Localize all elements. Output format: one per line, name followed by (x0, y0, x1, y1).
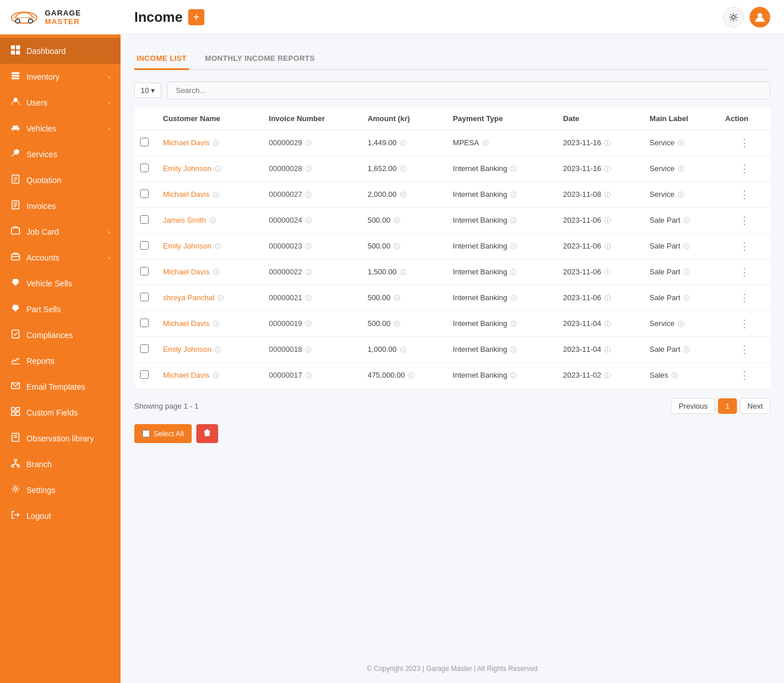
row-action-menu[interactable]: ⋮ (739, 137, 750, 149)
customer-info-icon[interactable]: ⓘ (215, 165, 221, 172)
sidebar-item-vehicle-sells[interactable]: Vehicle Sells (0, 270, 121, 296)
row-action-menu[interactable]: ⋮ (739, 266, 750, 278)
payment-info-icon[interactable]: ⓘ (510, 191, 517, 198)
amount-info-icon[interactable]: ⓘ (400, 165, 406, 172)
settings-button[interactable] (723, 7, 744, 28)
delete-button[interactable] (196, 424, 218, 443)
row-checkbox[interactable] (140, 241, 149, 250)
row-action-menu[interactable]: ⋮ (739, 370, 750, 381)
payment-info-icon[interactable]: ⓘ (510, 320, 517, 327)
sidebar-item-accounts[interactable]: Accounts › (0, 245, 121, 270)
row-checkbox[interactable] (140, 370, 149, 379)
amount-info-icon[interactable]: ⓘ (400, 269, 406, 275)
row-action[interactable]: ⋮ (720, 259, 770, 285)
invoice-info-icon[interactable]: ⓘ (305, 346, 312, 353)
sidebar-item-dashboard[interactable]: Dashboard (0, 38, 121, 64)
row-checkbox[interactable] (140, 344, 149, 353)
row-action[interactable]: ⋮ (720, 208, 770, 234)
customer-info-icon[interactable]: ⓘ (209, 217, 216, 224)
row-action-menu[interactable]: ⋮ (739, 318, 750, 329)
customer-info-icon[interactable]: ⓘ (213, 320, 219, 327)
date-info-icon[interactable]: ⓘ (604, 165, 611, 172)
row-action[interactable]: ⋮ (720, 182, 770, 208)
row-action[interactable]: ⋮ (720, 234, 770, 259)
amount-info-icon[interactable]: ⓘ (408, 372, 414, 379)
next-button[interactable]: Next (740, 398, 770, 414)
row-action[interactable]: ⋮ (720, 285, 770, 311)
sidebar-item-reports[interactable]: Reports (0, 348, 121, 374)
customer-info-icon[interactable]: ⓘ (213, 139, 219, 146)
label-info-icon[interactable]: ⓘ (678, 139, 684, 146)
tab-monthly-reports[interactable]: MONTHLY INCOME REPORTS (203, 48, 317, 70)
row-checkbox[interactable] (140, 267, 149, 275)
sidebar-item-users[interactable]: Users › (0, 90, 121, 115)
date-info-icon[interactable]: ⓘ (604, 217, 611, 224)
sidebar-item-job-card[interactable]: Job Card › (0, 219, 121, 245)
date-info-icon[interactable]: ⓘ (604, 243, 611, 250)
date-info-icon[interactable]: ⓘ (604, 372, 611, 379)
date-info-icon[interactable]: ⓘ (604, 269, 611, 275)
invoice-info-icon[interactable]: ⓘ (305, 217, 312, 224)
invoice-info-icon[interactable]: ⓘ (305, 269, 312, 275)
row-checkbox[interactable] (140, 293, 149, 301)
search-input[interactable] (167, 82, 770, 99)
customer-info-icon[interactable]: ⓘ (215, 346, 221, 353)
payment-info-icon[interactable]: ⓘ (510, 346, 517, 353)
row-action-menu[interactable]: ⋮ (739, 292, 750, 304)
amount-info-icon[interactable]: ⓘ (394, 294, 400, 301)
label-info-icon[interactable]: ⓘ (672, 372, 678, 379)
invoice-info-icon[interactable]: ⓘ (305, 243, 312, 250)
row-action[interactable]: ⋮ (720, 337, 770, 363)
payment-info-icon[interactable]: ⓘ (510, 294, 517, 301)
date-info-icon[interactable]: ⓘ (604, 191, 611, 198)
add-income-button[interactable]: + (188, 9, 204, 25)
row-action-menu[interactable]: ⋮ (739, 344, 750, 355)
date-info-icon[interactable]: ⓘ (604, 346, 611, 353)
label-info-icon[interactable]: ⓘ (684, 294, 690, 301)
invoice-info-icon[interactable]: ⓘ (305, 165, 312, 172)
invoice-info-icon[interactable]: ⓘ (305, 372, 312, 379)
customer-info-icon[interactable]: ⓘ (215, 243, 221, 250)
date-info-icon[interactable]: ⓘ (604, 139, 611, 146)
sidebar-item-part-sells[interactable]: Part Sells (0, 296, 121, 322)
sidebar-item-vehicles[interactable]: Vehicles › (0, 115, 121, 141)
sidebar-item-observation-library[interactable]: Observation library (0, 425, 121, 451)
sidebar-item-custom-fields[interactable]: Custom Fields (0, 399, 121, 425)
date-info-icon[interactable]: ⓘ (604, 320, 611, 327)
sidebar-item-compliances[interactable]: Compliances (0, 322, 121, 348)
label-info-icon[interactable]: ⓘ (684, 217, 690, 224)
payment-info-icon[interactable]: ⓘ (510, 372, 517, 379)
page-1-button[interactable]: 1 (718, 398, 737, 414)
row-action-menu[interactable]: ⋮ (739, 215, 750, 226)
row-action-menu[interactable]: ⋮ (739, 163, 750, 174)
label-info-icon[interactable]: ⓘ (678, 165, 684, 172)
row-checkbox[interactable] (140, 138, 149, 146)
label-info-icon[interactable]: ⓘ (678, 191, 684, 198)
previous-button[interactable]: Previous (671, 398, 715, 414)
row-checkbox[interactable] (140, 215, 149, 224)
sidebar-item-branch[interactable]: Branch (0, 451, 121, 477)
user-avatar[interactable] (750, 7, 770, 28)
sidebar-item-email-templates[interactable]: Email Templates (0, 374, 121, 399)
amount-info-icon[interactable]: ⓘ (400, 346, 406, 353)
row-action-menu[interactable]: ⋮ (739, 189, 750, 200)
sidebar-item-services[interactable]: Services (0, 141, 121, 167)
select-all-button[interactable]: Select All (134, 424, 192, 443)
tab-income-list[interactable]: INCOME LIST (134, 48, 189, 70)
label-info-icon[interactable]: ⓘ (684, 346, 690, 353)
sidebar-item-inventory[interactable]: Inventory › (0, 64, 121, 90)
sidebar-item-settings[interactable]: Settings (0, 477, 121, 503)
label-info-icon[interactable]: ⓘ (684, 243, 690, 250)
amount-info-icon[interactable]: ⓘ (400, 139, 406, 146)
payment-info-icon[interactable]: ⓘ (510, 243, 517, 250)
row-checkbox[interactable] (140, 319, 149, 327)
row-action-menu[interactable]: ⋮ (739, 240, 750, 252)
row-checkbox[interactable] (140, 164, 149, 172)
customer-info-icon[interactable]: ⓘ (218, 294, 224, 301)
sidebar-item-logout[interactable]: Logout (0, 503, 121, 529)
select-all-checkbox[interactable] (142, 430, 150, 437)
row-action[interactable]: ⋮ (720, 156, 770, 182)
label-info-icon[interactable]: ⓘ (684, 269, 690, 275)
amount-info-icon[interactable]: ⓘ (394, 217, 400, 224)
payment-info-icon[interactable]: ⓘ (482, 139, 488, 146)
